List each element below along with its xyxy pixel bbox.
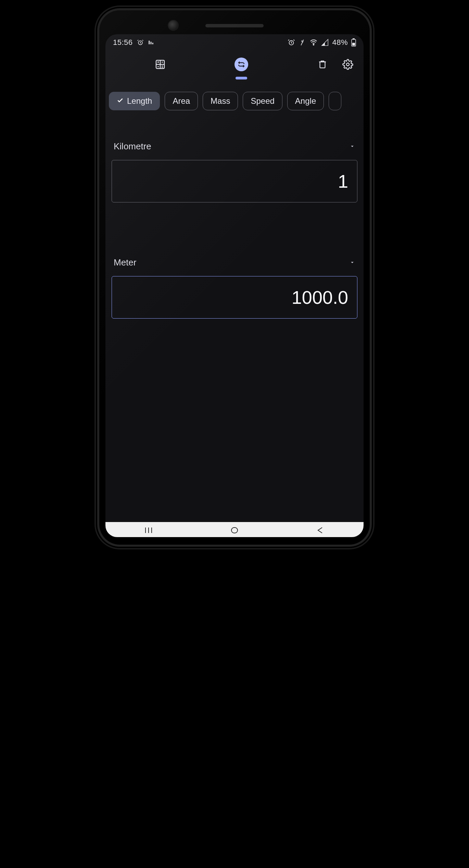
- category-chip-mass[interactable]: Mass: [203, 92, 238, 110]
- svg-rect-12: [231, 528, 238, 533]
- app-screen: 15:56: [105, 34, 364, 537]
- settings-button[interactable]: [338, 55, 357, 74]
- calculator-tab[interactable]: [151, 55, 170, 74]
- svg-rect-2: [150, 42, 151, 45]
- svg-rect-3: [152, 43, 153, 45]
- wifi-icon: [309, 39, 318, 46]
- category-chip-row[interactable]: Length Area Mass Speed Angle: [105, 78, 364, 110]
- category-chip-more[interactable]: [329, 92, 341, 110]
- signal-icon: [321, 39, 329, 46]
- chip-label: Length: [127, 96, 152, 106]
- recent-apps-button[interactable]: [143, 526, 154, 536]
- to-value: 1000.0: [292, 287, 348, 308]
- from-unit-selector[interactable]: Kilometre: [112, 141, 357, 160]
- svg-point-11: [346, 63, 349, 66]
- status-battery-text: 48%: [332, 38, 348, 47]
- back-button[interactable]: [315, 526, 326, 536]
- app-toolbar: [105, 51, 364, 78]
- phone-frame: 15:56: [99, 10, 370, 545]
- from-unit-label: Kilometre: [114, 141, 151, 152]
- svg-point-5: [313, 44, 314, 45]
- battery-icon: [351, 38, 356, 47]
- vibrate-icon: [299, 39, 306, 46]
- chip-label: Mass: [211, 96, 230, 106]
- svg-rect-7: [353, 38, 355, 39]
- category-chip-length[interactable]: Length: [109, 92, 160, 110]
- chip-label: Speed: [251, 96, 274, 106]
- status-bar: 15:56: [105, 34, 364, 51]
- svg-rect-8: [352, 43, 355, 46]
- to-unit-selector[interactable]: Meter: [112, 257, 357, 276]
- check-icon: [117, 96, 124, 106]
- chip-label: Angle: [295, 96, 316, 106]
- converter-tab[interactable]: [234, 58, 248, 71]
- svg-rect-10: [320, 62, 325, 68]
- category-chip-speed[interactable]: Speed: [243, 92, 282, 110]
- to-value-input[interactable]: 1000.0: [112, 276, 357, 319]
- category-chip-area[interactable]: Area: [165, 92, 198, 110]
- alarm-icon: [288, 39, 295, 46]
- to-unit-label: Meter: [114, 257, 136, 268]
- home-button[interactable]: [229, 526, 240, 536]
- chevron-down-icon: [349, 257, 355, 268]
- phone-speaker: [205, 24, 264, 27]
- category-chip-angle[interactable]: Angle: [287, 92, 324, 110]
- phone-camera: [168, 20, 179, 31]
- svg-rect-1: [149, 41, 150, 45]
- delete-button[interactable]: [313, 55, 332, 74]
- alarm-set-icon: [137, 39, 144, 46]
- android-nav-bar: [105, 522, 364, 537]
- converter-body: Kilometre 1 Meter 1000.0: [105, 110, 364, 319]
- from-value-input[interactable]: 1: [112, 160, 357, 202]
- status-time: 15:56: [113, 38, 133, 47]
- chip-label: Area: [173, 96, 190, 106]
- misc-status-icon: [148, 39, 154, 46]
- from-value: 1: [338, 171, 348, 192]
- active-tab-indicator: [236, 77, 247, 79]
- chevron-down-icon: [349, 141, 355, 152]
